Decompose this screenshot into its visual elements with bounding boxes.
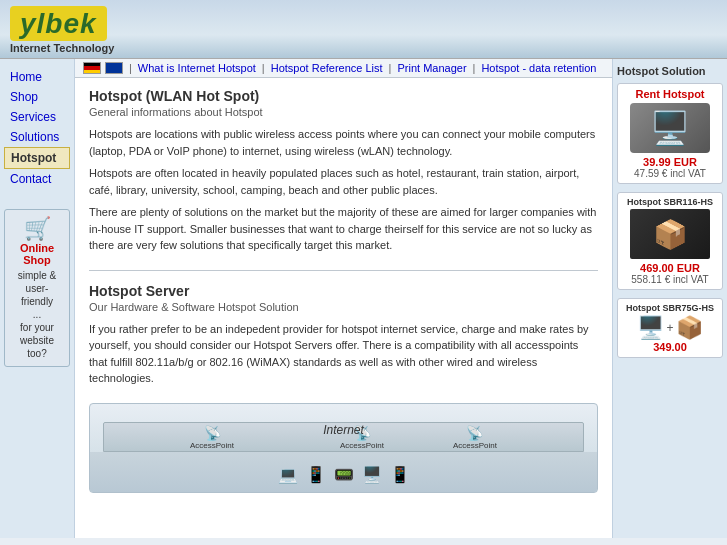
hotspot-diagram: 📡 AccessPoint 📡 AccessPoint 📡 AccessPoin… <box>89 403 598 493</box>
internet-label: Internet <box>323 423 364 437</box>
internet-technology-label: Internet Technology <box>10 42 717 54</box>
hotspot-subtitle: General informations about Hotspot <box>89 106 598 118</box>
product-img-rent: 🖥️ <box>630 103 710 153</box>
hotspot-section: Hotspot (WLAN Hot Spot) General informat… <box>89 88 598 254</box>
shop-icon: 🛒 <box>11 216 63 242</box>
access-point-1: 📡 AccessPoint <box>190 425 234 450</box>
product-price-vat-sbr116: 558.11 € incl VAT <box>622 274 718 285</box>
nav-services[interactable]: Services <box>4 107 70 127</box>
product-price-sbr116: 469.00 EUR <box>622 262 718 274</box>
device-tablet: 📟 <box>334 465 354 484</box>
product-name-sbr116: Hotspot SBR116-HS <box>622 197 718 207</box>
hotspot-para2: Hotspots are often located in heavily po… <box>89 165 598 198</box>
device-icons: 💻 📱 📟 🖥️ 📱 <box>278 465 410 484</box>
main-layout: Home Shop Services Solutions Hotspot Con… <box>0 59 727 538</box>
right-sidebar: Hotspot Solution Rent Hotspot 🖥️ 39.99 E… <box>612 59 727 538</box>
hotspot-server-para1: If you rather prefer to be an indepedent… <box>89 321 598 387</box>
online-shop-label: Online Shop <box>11 242 63 266</box>
product-action-rent[interactable]: Rent Hotspot <box>622 88 718 100</box>
hotspot-para3: There are plenty of solutions on the mar… <box>89 204 598 254</box>
product-price-sbr75g: 349.00 <box>622 341 718 353</box>
product-name-sbr75g: Hotspot SBR75G-HS <box>622 303 718 313</box>
nav-print-manager[interactable]: Print Manager <box>397 62 466 74</box>
logo[interactable]: ylbek <box>10 8 107 40</box>
hotspot-server-title: Hotspot Server <box>89 283 598 299</box>
device-laptop: 💻 <box>278 465 298 484</box>
flag-eu <box>105 62 123 74</box>
sidebar-title: Hotspot Solution <box>617 65 723 77</box>
product-price-vat-rent: 47.59 € incl VAT <box>622 168 718 179</box>
hotspot-server-subtitle: Our Hardware & Software Hotspot Solution <box>89 301 598 313</box>
product-img-sbr116: 📦 <box>630 209 710 259</box>
content-area: Hotspot (WLAN Hot Spot) General informat… <box>75 78 612 538</box>
top-nav-bar: | What is Internet Hotspot | Hotspot Ref… <box>75 59 612 78</box>
section-divider <box>89 270 598 271</box>
product-rent-hotspot: Rent Hotspot 🖥️ 39.99 EUR 47.59 € incl V… <box>617 83 723 184</box>
nav-data-retention[interactable]: Hotspot - data retention <box>481 62 596 74</box>
device-phone: 📱 <box>306 465 326 484</box>
online-shop-desc: simple & user-friendly ... for your webs… <box>11 269 63 360</box>
header: ylbek Internet Technology <box>0 0 727 59</box>
logo-text: ylbek <box>10 6 107 41</box>
device-desktop: 🖥️ <box>362 465 382 484</box>
product-price-rent: 39.99 EUR <box>622 156 718 168</box>
nav-solutions[interactable]: Solutions <box>4 127 70 147</box>
nav-contact[interactable]: Contact <box>4 169 70 189</box>
device-phone2: 📱 <box>390 465 410 484</box>
flag-german <box>83 62 101 74</box>
online-shop-box[interactable]: 🛒 Online Shop simple & user-friendly ...… <box>4 209 70 367</box>
nav-what-is-hotspot[interactable]: What is Internet Hotspot <box>138 62 256 74</box>
nav-hotspot[interactable]: Hotspot <box>4 147 70 169</box>
hotspot-server-section: Hotspot Server Our Hardware & Software H… <box>89 283 598 387</box>
product-sbr116: Hotspot SBR116-HS 📦 469.00 EUR 558.11 € … <box>617 192 723 290</box>
hotspot-para1: Hotspots are locations with public wirel… <box>89 126 598 159</box>
center-area: | What is Internet Hotspot | Hotspot Ref… <box>75 59 612 538</box>
access-point-3: 📡 AccessPoint <box>453 425 497 450</box>
nav-reference-list[interactable]: Hotspot Reference List <box>271 62 383 74</box>
hotspot-title: Hotspot (WLAN Hot Spot) <box>89 88 598 104</box>
product-sbr75g: Hotspot SBR75G-HS 🖥️ + 📦 349.00 <box>617 298 723 358</box>
nav-home[interactable]: Home <box>4 67 70 87</box>
left-sidebar: Home Shop Services Solutions Hotspot Con… <box>0 59 75 538</box>
nav-shop[interactable]: Shop <box>4 87 70 107</box>
product-img-sbr75g: 🖥️ + 📦 <box>622 315 718 341</box>
